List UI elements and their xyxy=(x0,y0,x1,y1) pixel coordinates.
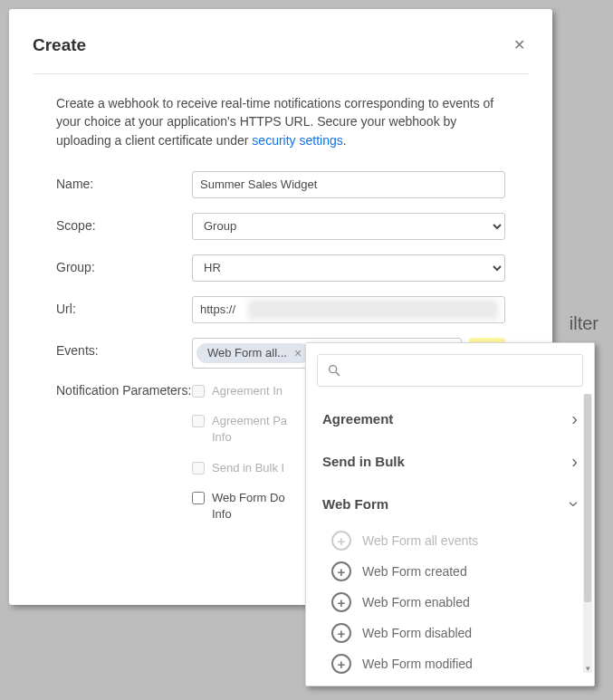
item-label: Web Form modified xyxy=(362,657,473,671)
item-web-form-all-events: + Web Form all events xyxy=(331,525,578,556)
dropdown-scrollbar[interactable]: ▾ xyxy=(583,394,592,673)
checkbox-label-cont: Info xyxy=(212,507,232,521)
plus-circle-icon: + xyxy=(331,531,351,551)
plus-circle-icon: + xyxy=(331,561,351,581)
web-form-items: + Web Form all events + Web Form created… xyxy=(322,525,578,679)
chip-remove-icon[interactable]: × xyxy=(294,346,302,360)
item-web-form-disabled[interactable]: + Web Form disabled xyxy=(331,618,578,648)
event-chip-label: Web Form all... xyxy=(207,346,287,360)
item-web-form-created[interactable]: + Web Form created xyxy=(331,556,578,587)
modal-header: Create ✕ xyxy=(33,33,529,74)
scrollbar-down-arrow-icon[interactable]: ▾ xyxy=(583,664,592,673)
category-label: Web Form xyxy=(322,496,388,512)
scope-select[interactable]: Group xyxy=(192,213,505,240)
label-url: Url: xyxy=(56,296,192,316)
plus-circle-icon: + xyxy=(331,623,351,643)
chevron-right-icon: › xyxy=(571,451,578,472)
row-scope: Scope: Group xyxy=(56,213,505,240)
item-label: Web Form created xyxy=(362,564,467,579)
dropdown-search-input[interactable] xyxy=(349,363,573,378)
category-web-form[interactable]: Web Form › xyxy=(322,483,578,525)
scrollbar-thumb[interactable] xyxy=(584,394,591,602)
item-label: Web Form all events xyxy=(362,533,478,548)
dropdown-search[interactable] xyxy=(317,354,583,387)
events-dropdown-panel: Agreement › Send in Bulk › Web Form › + … xyxy=(305,342,595,686)
modal-description: Create a webhook to receive real-time no… xyxy=(56,94,505,149)
dropdown-list: Agreement › Send in Bulk › Web Form › + … xyxy=(306,394,594,679)
checkbox-label: Agreement In xyxy=(212,384,283,398)
label-name: Name: xyxy=(56,171,192,191)
plus-circle-icon: + xyxy=(331,654,351,674)
category-agreement[interactable]: Agreement › xyxy=(322,398,578,440)
plus-circle-icon: + xyxy=(331,592,351,612)
security-settings-link[interactable]: security settings xyxy=(252,133,342,148)
checkbox-input xyxy=(192,415,205,427)
item-label: Web Form disabled xyxy=(362,626,472,640)
checkbox-label: Send in Bulk I xyxy=(212,461,284,475)
url-redacted-area xyxy=(248,300,498,320)
checkbox-label: Agreement Pa xyxy=(212,414,287,427)
modal-title: Create xyxy=(33,35,86,55)
label-group: Group: xyxy=(56,254,192,274)
checkbox-input xyxy=(192,385,205,398)
item-web-form-modified[interactable]: + Web Form modified xyxy=(331,648,578,679)
svg-line-1 xyxy=(336,372,340,376)
item-label: Web Form enabled xyxy=(362,595,470,609)
checkbox-input xyxy=(192,462,205,475)
group-select[interactable]: HR xyxy=(192,254,505,282)
chevron-right-icon: › xyxy=(571,408,578,429)
item-web-form-enabled[interactable]: + Web Form enabled xyxy=(331,587,578,618)
name-input[interactable] xyxy=(192,171,505,198)
label-notification-params: Notification Parameters: xyxy=(56,383,192,398)
category-label: Send in Bulk xyxy=(322,454,405,469)
checkbox-label: Web Form Do xyxy=(212,491,285,504)
row-name: Name: xyxy=(56,171,505,198)
svg-point-0 xyxy=(330,366,337,373)
close-button[interactable]: ✕ xyxy=(510,33,529,57)
backdrop-text-fragment: ilter xyxy=(570,313,599,334)
label-scope: Scope: xyxy=(56,213,192,233)
label-events: Events: xyxy=(56,338,192,358)
checkbox-input[interactable] xyxy=(192,492,205,504)
description-text-post: . xyxy=(343,133,347,148)
checkbox-label-cont: Info xyxy=(212,430,232,444)
row-url: Url: xyxy=(56,296,505,323)
chevron-down-icon: › xyxy=(564,501,585,507)
category-send-in-bulk[interactable]: Send in Bulk › xyxy=(322,440,578,483)
dropdown-body: Agreement › Send in Bulk › Web Form › + … xyxy=(306,394,594,673)
category-label: Agreement xyxy=(322,411,393,427)
row-group: Group: HR xyxy=(56,254,505,282)
close-icon: ✕ xyxy=(513,37,525,53)
search-icon xyxy=(327,363,341,378)
event-chip[interactable]: Web Form all... × xyxy=(196,343,311,363)
